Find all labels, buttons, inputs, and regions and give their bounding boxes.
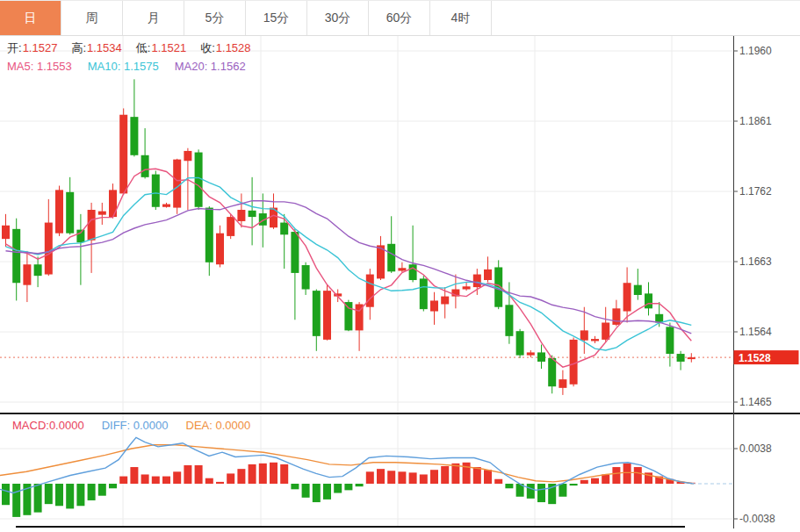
close-label: 收: (200, 41, 215, 54)
ma-legend: MA5: 1.1553MA10: 1.1575MA20: 1.1562 (7, 60, 262, 74)
ma5-legend: MA5: 1.1553 (7, 60, 72, 73)
svg-text:1.1861: 1.1861 (739, 115, 772, 127)
dea-line (0, 445, 694, 484)
tab-30min[interactable]: 30分 (307, 1, 369, 35)
svg-text:1.1465: 1.1465 (739, 396, 772, 408)
ohlc-legend: 开:1.1527高:1.1534低:1.1521收:1.1528 (7, 41, 265, 55)
ma10-legend: MA10: 1.1575 (88, 60, 159, 73)
tab-15min[interactable]: 15分 (246, 1, 307, 35)
open-label: 开: (7, 41, 22, 54)
dea-value-legend: DEA: 0.0000 (186, 419, 251, 432)
svg-text:-0.0038: -0.0038 (739, 513, 775, 525)
ma5-line (6, 169, 692, 367)
tab-month[interactable]: 月 (123, 1, 184, 35)
svg-text:1.1960: 1.1960 (739, 45, 772, 57)
tab-week[interactable]: 周 (61, 1, 123, 35)
svg-text:1.1528: 1.1528 (739, 352, 771, 364)
svg-text:1.1663: 1.1663 (739, 255, 772, 268)
svg-text:1.1564: 1.1564 (739, 326, 772, 338)
tab-5min[interactable]: 5分 (184, 1, 246, 35)
low-label: 低: (136, 41, 151, 54)
macd-value-legend: MACD:0.0000 (12, 419, 84, 432)
timeframe-tabbar: 日 周 月 5分 15分 30分 60分 4时 (0, 0, 800, 36)
svg-text:0.0038: 0.0038 (739, 442, 772, 455)
tab-4hour[interactable]: 4时 (430, 1, 492, 35)
current-price-tag: 1.1528 (734, 350, 799, 364)
low-value: 1.1521 (151, 41, 186, 54)
ma20-legend: MA20: 1.1562 (175, 60, 246, 73)
tab-60min[interactable]: 60分 (369, 1, 430, 35)
svg-text:1.1762: 1.1762 (739, 185, 772, 198)
macd-legend: MACD:0.0000DIFF: 0.0000DEA: 0.0000 (12, 419, 268, 433)
macd-histogram (2, 463, 695, 517)
candles (2, 79, 695, 395)
tab-day[interactable]: 日 (0, 1, 61, 35)
close-value: 1.1528 (216, 41, 251, 54)
right-axis-labels: 1.19601.18611.17621.16631.15641.14650.00… (733, 45, 775, 525)
diff-value-legend: DIFF: 0.0000 (102, 419, 169, 432)
high-value: 1.1534 (87, 41, 122, 54)
candlestick-macd-chart[interactable]: 1.19601.18611.17621.16631.15641.14650.00… (0, 0, 800, 532)
open-value: 1.1527 (23, 41, 58, 54)
trading-chart-app: 日 周 月 5分 15分 30分 60分 4时 开:1.1527高:1.1534… (0, 0, 800, 532)
high-label: 高: (71, 41, 86, 54)
